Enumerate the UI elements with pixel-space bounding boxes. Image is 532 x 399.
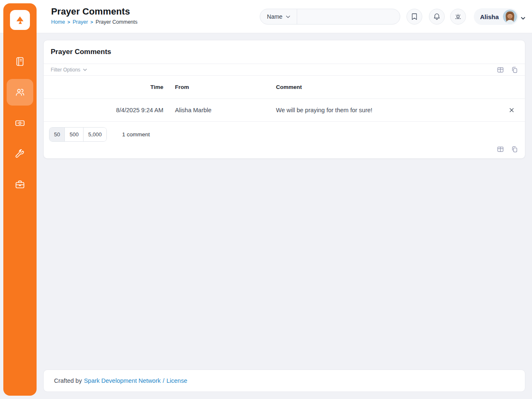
table-grid-icon (497, 146, 504, 153)
chevron-down-icon (83, 69, 87, 71)
search-scope-dropdown[interactable]: Name (260, 9, 297, 24)
cell-time: 8/4/2025 9:24 AM (44, 99, 170, 121)
sidebar-item-people[interactable] (7, 79, 33, 106)
footer-prefix: Crafted by (54, 377, 82, 384)
copy-icon (511, 66, 518, 73)
sidebar-item-finance[interactable] (7, 110, 33, 136)
grid-export-button-bottom[interactable] (511, 146, 518, 153)
bell-icon (433, 13, 441, 20)
sidebar-nav (7, 48, 33, 198)
footer: Crafted by Spark Development Network / L… (43, 369, 525, 392)
table-grid-icon (497, 66, 504, 73)
theme-toggle-button[interactable] (450, 9, 466, 25)
table-row[interactable]: 8/4/2025 9:24 AM Alisha Marble We will b… (44, 99, 525, 121)
search-scope-label: Name (267, 13, 282, 20)
grid-columns-button-bottom[interactable] (497, 146, 504, 153)
grid-filter-row: Filter Options (44, 64, 525, 76)
breadcrumb: Home > Prayer > Prayer Comments (51, 19, 138, 25)
rock-arrow-icon (14, 14, 26, 26)
prayer-comments-panel: Prayer Comments Filter Options Time (43, 40, 525, 159)
column-header-actions (498, 76, 525, 99)
item-count-label: 1 comment (122, 131, 150, 138)
sidebar-item-journal[interactable] (7, 48, 33, 75)
sidebar (3, 3, 37, 396)
cell-actions (498, 99, 525, 121)
column-header-from[interactable]: From (170, 76, 271, 99)
page-size-5000-button[interactable]: 5,000 (84, 128, 106, 141)
people-icon (15, 87, 25, 98)
sidebar-item-work[interactable] (7, 171, 33, 198)
breadcrumb-separator: > (67, 20, 70, 25)
breadcrumb-home-link[interactable]: Home (51, 19, 65, 25)
user-menu[interactable]: Alisha (474, 8, 518, 25)
footer-separator: / (163, 377, 164, 384)
breadcrumb-prayer-link[interactable]: Prayer (73, 19, 88, 25)
breadcrumb-separator: > (91, 20, 93, 25)
bookmarks-button[interactable] (406, 9, 422, 25)
table-header-row: Time From Comment (44, 76, 525, 99)
column-header-time[interactable]: Time (44, 76, 170, 99)
panel-header: Prayer Comments (44, 40, 525, 64)
grid-columns-button[interactable] (497, 66, 504, 73)
page-size-500-button[interactable]: 500 (65, 128, 84, 141)
grid-footer: 50 500 5,000 1 comment (44, 122, 525, 142)
cell-from: Alisha Marble (170, 99, 271, 121)
close-icon (509, 108, 514, 113)
grid-bottom-actions (44, 142, 525, 158)
page-title: Prayer Comments (51, 6, 138, 17)
top-header-bar: Prayer Comments Home > Prayer > Prayer C… (0, 0, 532, 33)
grid-export-button[interactable] (511, 66, 518, 73)
footer-spark-link[interactable]: Spark Development Network (84, 377, 161, 384)
briefcase-icon (15, 179, 25, 190)
comments-table: Time From Comment 8/4/2025 9:24 AM Alish… (44, 76, 525, 122)
filter-options-toggle[interactable]: Filter Options (51, 67, 87, 73)
chevron-down-icon (286, 15, 290, 18)
delete-comment-button[interactable] (507, 106, 516, 114)
column-header-comment[interactable]: Comment (271, 76, 498, 99)
wrench-icon (15, 148, 25, 159)
bookmark-icon (411, 13, 418, 20)
cell-comment: We will be praying for them for sure! (271, 99, 498, 121)
search-input[interactable] (297, 9, 400, 24)
page-size-50-button[interactable]: 50 (49, 128, 65, 141)
notifications-button[interactable] (429, 9, 445, 25)
rock-logo[interactable] (10, 10, 30, 30)
user-name: Alisha (480, 13, 499, 20)
avatar (503, 10, 517, 24)
user-menu-caret-icon[interactable] (521, 14, 525, 22)
panel-title: Prayer Comments (51, 48, 111, 56)
footer-license-link[interactable]: License (167, 377, 187, 384)
sun-horizon-icon (454, 13, 462, 20)
breadcrumb-current: Prayer Comments (96, 19, 138, 25)
filter-options-label: Filter Options (51, 67, 80, 73)
page-head: Prayer Comments Home > Prayer > Prayer C… (51, 6, 138, 25)
journal-icon (15, 56, 25, 67)
smart-search: Name (260, 9, 400, 25)
page-size-group: 50 500 5,000 (49, 127, 107, 142)
copy-icon (511, 146, 518, 153)
sidebar-item-admin-tools[interactable] (7, 140, 33, 167)
money-icon (15, 118, 25, 128)
